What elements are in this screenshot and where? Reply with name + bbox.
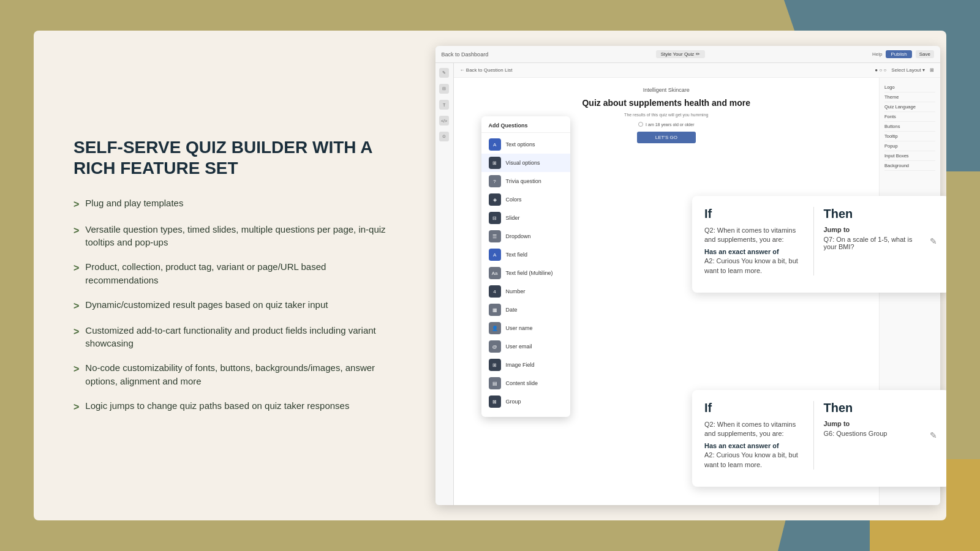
settings-fonts[interactable]: Fonts — [884, 112, 935, 122]
aq-item-text-options[interactable]: A Text options — [481, 135, 570, 154]
settings-popup[interactable]: Popup — [884, 141, 935, 151]
aq-item-content-slide[interactable]: ▤ Content slide — [481, 374, 570, 392]
type-icon[interactable]: T — [439, 100, 449, 110]
list-item: > No-code customizability of fonts, butt… — [74, 361, 402, 388]
aq-item-image-field[interactable]: ⊞ Image Field — [481, 356, 570, 374]
jump-to-value-2: G6: Questions Group — [823, 430, 924, 437]
save-button[interactable]: Save — [916, 50, 934, 58]
sidebar-icons: ✎ ⊟ T </> ⊙ — [435, 63, 454, 505]
edit-logic-button-2[interactable]: ✎ — [930, 401, 937, 470]
layers-icon[interactable]: ⊟ — [439, 84, 449, 94]
logic-divider-2 — [813, 401, 814, 470]
logic-then-section-2: Then Jump to G6: Questions Group — [823, 401, 924, 470]
code-icon[interactable]: </> — [439, 116, 449, 126]
list-item: > Customized add-to-cart functionality a… — [74, 324, 402, 351]
date-icon: ▦ — [489, 304, 501, 316]
help-link[interactable]: Help — [872, 51, 882, 57]
right-panel: Back to Dashboard Style Your Quiz ✏ Help… — [435, 31, 946, 520]
settings-background[interactable]: Background — [884, 161, 935, 171]
aq-item-user-name[interactable]: 👤 User name — [481, 319, 570, 337]
colors-icon: ◈ — [489, 193, 501, 206]
slider-icon: ⊟ — [489, 212, 501, 224]
if-condition-1: Q2: When it comes to vitamins and supple… — [704, 226, 805, 276]
chevron-icon: > — [74, 362, 79, 376]
lets-go-button[interactable]: LET'S GO — [637, 132, 696, 143]
aq-item-group[interactable]: ⊠ Group — [481, 392, 570, 411]
edit-icon[interactable]: ✎ — [439, 68, 449, 78]
settings-input-boxes[interactable]: Input Boxes — [884, 151, 935, 161]
quiz-builder-topbar: Back to Dashboard Style Your Quiz ✏ Help… — [435, 46, 940, 63]
then-label-1: Then — [823, 207, 924, 221]
publish-button[interactable]: Publish — [886, 50, 911, 58]
aq-item-colors[interactable]: ◈ Colors — [481, 190, 570, 209]
settings-theme[interactable]: Theme — [884, 92, 935, 102]
list-item: > Versatile question types, timed slides… — [74, 223, 402, 250]
feature-list: > Plug and play templates > Versatile qu… — [74, 197, 402, 414]
trivia-icon: ? — [489, 175, 501, 187]
chevron-icon: > — [74, 261, 79, 275]
topbar-right: Help Publish Save — [872, 50, 934, 58]
logic-card-1: If Q2: When it comes to vitamins and sup… — [692, 196, 946, 293]
settings-icon[interactable]: ⊙ — [439, 132, 449, 141]
main-title: SELF-SERVE QUIZ BUILDER WITH A RICH FEAT… — [74, 137, 402, 178]
logic-divider-1 — [813, 207, 814, 276]
chevron-icon: > — [74, 299, 79, 313]
add-questions-dropdown: Add Questions A Text options ⊞ Visual op… — [481, 116, 570, 417]
left-panel: SELF-SERVE QUIZ BUILDER WITH A RICH FEAT… — [34, 31, 435, 520]
if-label-2: If — [704, 401, 805, 415]
navigation-dots: ● ○ ○ — [875, 67, 886, 73]
content-slide-icon: ▤ — [489, 377, 501, 389]
aq-item-text-field[interactable]: A Text field — [481, 246, 570, 264]
aq-item-trivia[interactable]: ? Trivia question — [481, 172, 570, 190]
list-item: > Dynamic/customized result pages based … — [74, 298, 402, 313]
aq-item-user-email[interactable]: @ User email — [481, 337, 570, 356]
logic-card-2: If Q2: When it comes to vitamins and sup… — [692, 390, 946, 487]
aq-item-slider[interactable]: ⊟ Slider — [481, 209, 570, 227]
text-field-icon: A — [489, 249, 501, 261]
number-icon: 4 — [489, 285, 501, 298]
image-field-icon: ⊞ — [489, 359, 501, 371]
logic-if-section-2: If Q2: When it comes to vitamins and sup… — [704, 401, 805, 470]
settings-buttons[interactable]: Buttons — [884, 122, 935, 132]
user-name-icon: 👤 — [489, 322, 501, 334]
text-options-icon: A — [489, 138, 501, 151]
aq-item-number[interactable]: 4 Number — [481, 282, 570, 301]
logic-card-1-header: If Q2: When it comes to vitamins and sup… — [704, 207, 937, 276]
jump-to-label-1: Jump to — [823, 226, 924, 233]
back-to-questions[interactable]: ← Back to Question List — [460, 67, 513, 73]
dropdown-icon: ☰ — [489, 230, 501, 242]
logic-card-2-header: If Q2: When it comes to vitamins and sup… — [704, 401, 937, 470]
topbar-left: Back to Dashboard — [442, 51, 489, 58]
edit-logic-button-1[interactable]: ✎ — [930, 207, 937, 276]
quiz-brand: Intelligent Skincare — [643, 87, 690, 93]
settings-tooltip[interactable]: Tooltip — [884, 132, 935, 141]
user-email-icon: @ — [489, 340, 501, 353]
chevron-icon: > — [74, 197, 79, 211]
list-item: > Logic jumps to change quiz paths based… — [74, 399, 402, 414]
if-label-1: If — [704, 207, 805, 221]
settings-quiz-language[interactable]: Quiz Language — [884, 102, 935, 112]
quiz-title: Quiz about supplements health and more — [582, 98, 750, 108]
topbar-center: Style Your Quiz ✏ — [656, 50, 705, 58]
chevron-icon: > — [74, 400, 79, 414]
jump-to-label-2: Jump to — [823, 420, 924, 427]
grid-icon: ⊞ — [930, 67, 934, 73]
layout-selector[interactable]: Select Layout ▾ — [891, 67, 925, 73]
quiz-subtitle: The results of this quiz will get you hu… — [624, 113, 708, 117]
add-questions-header: Add Questions — [481, 122, 570, 133]
jump-to-value-1: Q7: On a scale of 1-5, what is your BMI? — [823, 236, 924, 250]
logic-if-section-1: If Q2: When it comes to vitamins and sup… — [704, 207, 805, 276]
back-to-dashboard-link[interactable]: Back to Dashboard — [442, 51, 489, 58]
aq-item-visual-options[interactable]: ⊞ Visual options — [481, 154, 570, 172]
aq-item-text-field-multiline[interactable]: Aa Text field (Multiline) — [481, 264, 570, 282]
aq-item-date[interactable]: ▦ Date — [481, 301, 570, 319]
if-condition-2: Q2: When it comes to vitamins and supple… — [704, 420, 805, 470]
settings-logo[interactable]: Logo — [884, 83, 935, 92]
style-quiz-button[interactable]: Style Your Quiz ✏ — [656, 50, 705, 58]
chevron-icon: > — [74, 324, 79, 339]
list-item: > Plug and play templates — [74, 197, 402, 211]
aq-item-dropdown[interactable]: ☰ Dropdown — [481, 227, 570, 246]
age-checkbox[interactable]: I am 18 years old or older — [638, 122, 694, 127]
chevron-icon: > — [74, 223, 79, 238]
text-multiline-icon: Aa — [489, 267, 501, 279]
